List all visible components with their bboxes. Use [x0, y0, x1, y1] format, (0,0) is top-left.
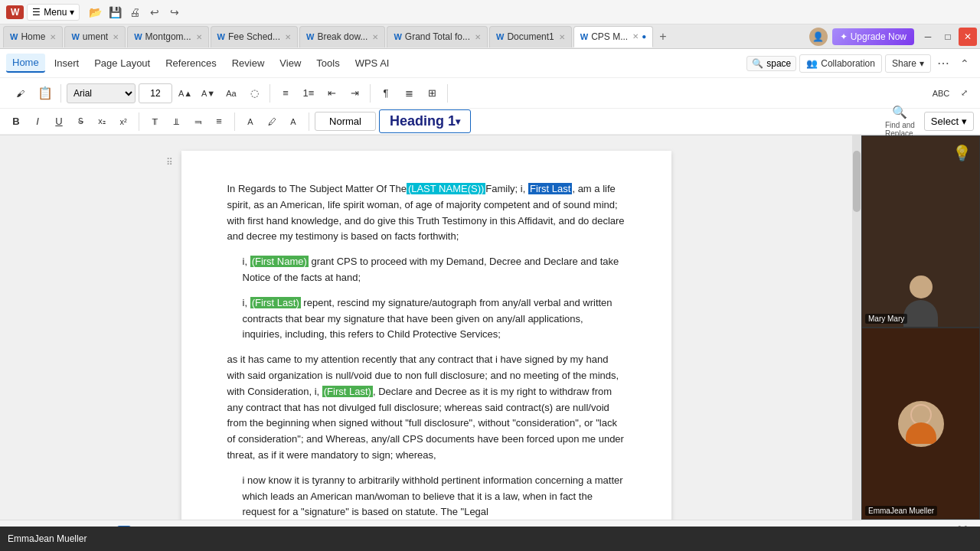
font-color-btn[interactable]: A [240, 112, 260, 132]
tab-grandtotal-close[interactable]: ✕ [475, 33, 481, 41]
highlight-color-btn[interactable]: 🖊 [262, 112, 282, 132]
align-left-btn[interactable]: ⫪ [145, 112, 165, 132]
ribbon-tab-pagelayout[interactable]: Page Layout [88, 54, 156, 72]
underline-btn[interactable]: U [49, 112, 69, 132]
strikethrough-btn[interactable]: S̶ [70, 112, 90, 132]
tab-montgomery-label: Montgom... [145, 31, 191, 42]
format-painter-btn[interactable]: 🖌 [6, 83, 34, 103]
open-btn[interactable]: 📂 [86, 3, 104, 21]
divider-4 [447, 84, 448, 103]
share-button[interactable]: Share ▾ [885, 54, 931, 73]
align-right-btn[interactable]: ⫬ [188, 112, 207, 132]
font-size-increase-btn[interactable]: A▲ [175, 83, 195, 103]
clipboard-group: 🖌 📋 [6, 83, 55, 103]
tab-cpsm[interactable]: W CPS M... ✕ ● [573, 26, 653, 47]
ribbon-tab-home[interactable]: Home [6, 54, 45, 73]
line-spacing-btn[interactable]: ≣ [399, 83, 419, 103]
divider-2 [270, 84, 270, 103]
divider-3 [370, 84, 371, 103]
search-bar[interactable]: 🔍 space [746, 56, 796, 71]
clear-format-btn[interactable]: ◌ [244, 83, 264, 103]
print-btn[interactable]: 🖨 [126, 3, 144, 21]
tab-montgomery-close[interactable]: ✕ [196, 33, 202, 41]
decrease-indent-btn[interactable]: ⇤ [322, 83, 341, 103]
tab-montgomery[interactable]: W Montgom... ✕ [127, 26, 208, 47]
tab-ument[interactable]: W ument ✕ [64, 26, 126, 47]
italic-btn[interactable]: I [28, 112, 47, 132]
bullet-list-btn[interactable]: ≡ [276, 83, 296, 103]
fit-width-btn[interactable]: ⤢ [954, 83, 974, 103]
font-size-decrease-btn[interactable]: A▼ [198, 83, 218, 103]
tab-ument-close[interactable]: ✕ [113, 33, 119, 41]
menu-button[interactable]: ☰ Menu ▾ [27, 4, 80, 21]
minimize-button[interactable]: ─ [919, 28, 937, 46]
redo-btn[interactable]: ↪ [165, 3, 184, 21]
abc-btn[interactable]: ABC [931, 83, 951, 103]
select-btn[interactable]: Select ▾ [924, 112, 974, 131]
bottom-bar: EmmaJean Mueller [0, 527, 980, 551]
tab-document1-close[interactable]: ✕ [559, 33, 565, 41]
divider-1 [60, 84, 61, 103]
tab-feeschedule[interactable]: W Fee Sched... ✕ [211, 26, 298, 47]
text-bg-color-btn[interactable]: A [283, 112, 303, 132]
tab-document1[interactable]: W Document1 ✕ [489, 26, 572, 47]
ribbon-tab-references[interactable]: References [159, 54, 222, 72]
style-normal-btn[interactable]: Normal [315, 112, 376, 131]
tab-cpsm-close[interactable]: ✕ [632, 32, 639, 41]
user-avatar: 👤 [809, 28, 828, 46]
format-toolbar-2: B I U S̶ x₂ x² ⫪ ⫫ ⫬ ≡ A 🖊 A Normal Head… [0, 109, 980, 135]
document-area[interactable]: ⠿ In Regards to The Subject Matter Of Th… [0, 135, 852, 520]
tab-breakdown[interactable]: W Break dow... ✕ [299, 26, 385, 47]
align-justify-btn[interactable]: ≡ [209, 112, 229, 132]
ribbon-tab-wpsai[interactable]: WPS AI [349, 54, 396, 72]
undo-btn[interactable]: ↩ [145, 3, 164, 21]
tab-breakdown-label: Break dow... [317, 31, 368, 42]
column-btn[interactable]: ⊞ [422, 83, 442, 103]
font-case-btn[interactable]: Aa [221, 83, 241, 103]
paragraph-btn[interactable]: ¶ [376, 83, 396, 103]
style-normal-label: Normal [329, 116, 361, 127]
search-label: space [766, 58, 791, 69]
video-label-emmajean: EmmaJean Mueller [865, 506, 937, 516]
window-controls: 👤 ✦ Upgrade Now ─ □ ✕ [809, 28, 977, 46]
collaboration-button[interactable]: 👥 Collaboration [799, 54, 882, 73]
increase-indent-btn[interactable]: ⇥ [345, 83, 364, 103]
paste-btn[interactable]: 📋 [35, 83, 55, 103]
ribbon-tab-view[interactable]: View [273, 54, 307, 72]
align-center-btn[interactable]: ⫫ [166, 112, 186, 132]
format-toolbar: 🖌 📋 Arial A▲ A▼ Aa ◌ ≡ 1≡ ⇤ ⇥ ¶ ≣ ⊞ ABC … [0, 78, 980, 109]
close-button[interactable]: ✕ [959, 28, 977, 46]
tab-cpsm-icon: W [580, 32, 588, 41]
add-tab-button[interactable]: + [655, 28, 671, 45]
collapse-ribbon-btn[interactable]: ⌃ [956, 54, 974, 73]
tab-grandtotal[interactable]: W Grand Total fo... ✕ [387, 26, 488, 47]
maximize-button[interactable]: □ [939, 28, 957, 46]
video-slot-emmajean: EmmaJean Mueller [861, 328, 980, 520]
subscript-btn[interactable]: x₂ [92, 112, 112, 132]
tab-breakdown-close[interactable]: ✕ [372, 33, 378, 41]
upgrade-button[interactable]: ✦ Upgrade Now [832, 28, 914, 45]
numbered-list-btn[interactable]: 1≡ [299, 83, 318, 103]
style-right-group: ABC ⤢ [931, 83, 974, 103]
highlight-firstlast-2: (First Last) [322, 386, 373, 397]
tab-feeschedule-close[interactable]: ✕ [285, 33, 291, 41]
video-slot-mary: 💡 Mary Mary [861, 135, 980, 328]
font-name-select[interactable]: Arial [67, 83, 136, 103]
select-arrow: ▾ [962, 116, 967, 127]
superscript-btn[interactable]: x² [113, 112, 133, 132]
paragraph-3: i, (First Last) repent, rescind my signa… [243, 295, 626, 343]
tab-cpsm-label: CPS M... [591, 31, 628, 42]
tab-home[interactable]: W Home ✕ [3, 26, 63, 47]
style-heading-btn[interactable]: Heading 1 ▾ [379, 109, 471, 133]
video-panel: 💡 Mary Mary EmmaJean Mueller [861, 135, 980, 520]
scroll-thumb[interactable] [853, 151, 861, 212]
bold-btn[interactable]: B [6, 112, 26, 132]
ribbon-tab-insert[interactable]: Insert [48, 54, 86, 72]
scrollbar[interactable] [852, 135, 861, 520]
ribbon-tab-review[interactable]: Review [226, 54, 271, 72]
tab-home-close[interactable]: ✕ [50, 33, 56, 41]
more-options-btn[interactable]: ⋯ [934, 54, 952, 73]
save-btn[interactable]: 💾 [106, 3, 124, 21]
font-size-input[interactable] [139, 83, 172, 103]
ribbon-tab-tools[interactable]: Tools [310, 54, 345, 72]
